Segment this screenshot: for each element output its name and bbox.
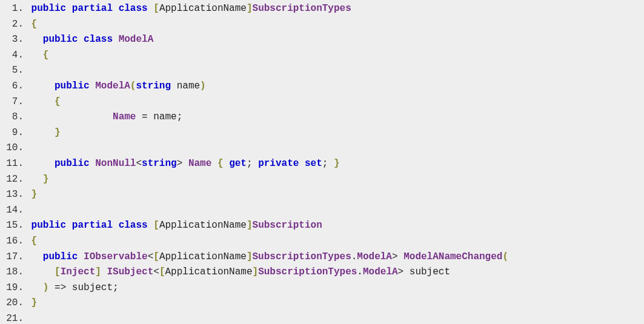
line-number: 8.: [0, 110, 25, 125]
token-method: ModelANameChanged: [403, 251, 502, 262]
line-content[interactable]: Name = name;: [25, 110, 644, 125]
code-line[interactable]: 4. {: [0, 48, 644, 64]
code-editor[interactable]: 1. public partial class [ApplicationName…: [0, 1, 644, 324]
line-content[interactable]: public class ModelA: [25, 32, 644, 48]
line-content[interactable]: {: [25, 94, 644, 110]
token-brace: ]: [247, 3, 253, 14]
code-line[interactable]: 6. public ModelA(string name): [0, 79, 644, 94]
token-brace: [: [153, 3, 159, 14]
token-type: ModelA: [119, 34, 154, 45]
token-kw: public: [43, 251, 78, 262]
code-line[interactable]: 16. {: [0, 234, 644, 250]
code-line[interactable]: 19. ) => subject;: [0, 280, 644, 296]
line-content[interactable]: public partial class [ApplicationName]Su…: [25, 1, 644, 17]
line-number: 20.: [0, 296, 25, 311]
code-line[interactable]: 14.: [0, 203, 644, 219]
code-line[interactable]: 15. public partial class [ApplicationNam…: [0, 218, 644, 234]
code-line[interactable]: 18. [Inject] ISubject<[ApplicationName]S…: [0, 265, 644, 280]
token-ident: ApplicationName: [159, 3, 247, 14]
code-line[interactable]: 5.: [0, 63, 644, 79]
token-kw: string: [142, 158, 177, 169]
line-number: 19.: [0, 280, 25, 296]
token-prop: Name: [113, 111, 136, 122]
token-punct: <: [136, 158, 142, 169]
line-content[interactable]: ) => subject;: [25, 280, 644, 296]
token-punct: =: [142, 111, 148, 122]
line-content[interactable]: [25, 203, 644, 219]
line-content[interactable]: }: [25, 296, 644, 311]
token-kw: partial: [72, 3, 113, 14]
code-line[interactable]: 21.: [0, 311, 644, 324]
line-number: 11.: [0, 156, 25, 172]
code-line[interactable]: 8. Name = name;: [0, 110, 644, 125]
line-number: 6.: [0, 79, 25, 94]
code-line[interactable]: 20. }: [0, 296, 644, 311]
token-punct: ;: [113, 282, 119, 293]
line-content[interactable]: {: [25, 17, 644, 33]
line-number: 3.: [0, 32, 25, 48]
token-brace: ]: [247, 251, 253, 262]
token-brace: [: [153, 220, 159, 231]
code-line[interactable]: 13. }: [0, 187, 644, 203]
line-number: 13.: [0, 187, 25, 203]
token-brace: {: [43, 50, 49, 61]
token-kw: public: [55, 158, 90, 169]
token-kw: public: [32, 3, 67, 14]
line-number: 15.: [0, 218, 25, 234]
token-brace: ): [200, 81, 206, 91]
token-brace: [: [153, 251, 159, 262]
token-ident: name: [177, 81, 200, 91]
token-punct: <: [153, 266, 159, 277]
token-brace: ]: [247, 220, 253, 231]
line-content[interactable]: [Inject] ISubject<[ApplicationName]Subsc…: [25, 265, 644, 280]
code-line[interactable]: 12. }: [0, 172, 644, 188]
code-line[interactable]: 1. public partial class [ApplicationName…: [0, 1, 644, 17]
token-brace: [: [55, 266, 61, 277]
line-content[interactable]: public ModelA(string name): [25, 79, 644, 94]
code-line[interactable]: 7. {: [0, 94, 644, 110]
token-kw: set: [305, 158, 322, 169]
token-kw: partial: [72, 220, 113, 231]
line-content[interactable]: }: [25, 125, 644, 141]
token-type: IObservable: [84, 251, 148, 262]
line-content[interactable]: {: [25, 48, 644, 64]
token-brace: ]: [253, 266, 259, 277]
line-content[interactable]: }: [25, 187, 644, 203]
token-brace: {: [32, 236, 38, 246]
line-number: 14.: [0, 203, 25, 219]
line-content[interactable]: {: [25, 234, 644, 250]
line-content[interactable]: public partial class [ApplicationName]Su…: [25, 218, 644, 234]
token-ident: name: [153, 111, 176, 122]
line-number: 1.: [0, 1, 25, 17]
token-punct: ;: [247, 158, 253, 169]
line-content[interactable]: public NonNull<string> Name { get; priva…: [25, 156, 644, 172]
token-brace: }: [43, 174, 49, 185]
code-line[interactable]: 10.: [0, 141, 644, 156]
line-number: 2.: [0, 17, 25, 33]
code-line[interactable]: 9. }: [0, 125, 644, 141]
line-number: 12.: [0, 172, 25, 188]
token-ident: ApplicationName: [159, 220, 247, 231]
line-number: 16.: [0, 234, 25, 250]
line-content[interactable]: [25, 63, 644, 79]
token-type: Subscription: [253, 220, 322, 231]
line-number: 7.: [0, 94, 25, 110]
token-kw: class: [84, 34, 113, 45]
code-line[interactable]: 17. public IObservable<[ApplicationName]…: [0, 250, 644, 265]
token-punct: ;: [177, 111, 183, 122]
line-content[interactable]: [25, 311, 644, 324]
line-content[interactable]: [25, 141, 644, 156]
line-number: 18.: [0, 265, 25, 280]
token-kw: class: [119, 220, 148, 231]
line-content[interactable]: public IObservable<[ApplicationName]Subs…: [25, 250, 644, 265]
code-line[interactable]: 2. {: [0, 17, 644, 33]
code-line[interactable]: 3. public class ModelA: [0, 32, 644, 48]
token-punct: <: [148, 251, 154, 262]
line-number: 4.: [0, 48, 25, 64]
code-line[interactable]: 11. public NonNull<string> Name { get; p…: [0, 156, 644, 172]
token-kw: public: [55, 81, 90, 91]
token-type: ModelA: [363, 266, 398, 277]
line-content[interactable]: }: [25, 172, 644, 188]
token-ident: ApplicationName: [159, 251, 247, 262]
token-type: SubscriptionTypes: [258, 266, 357, 277]
